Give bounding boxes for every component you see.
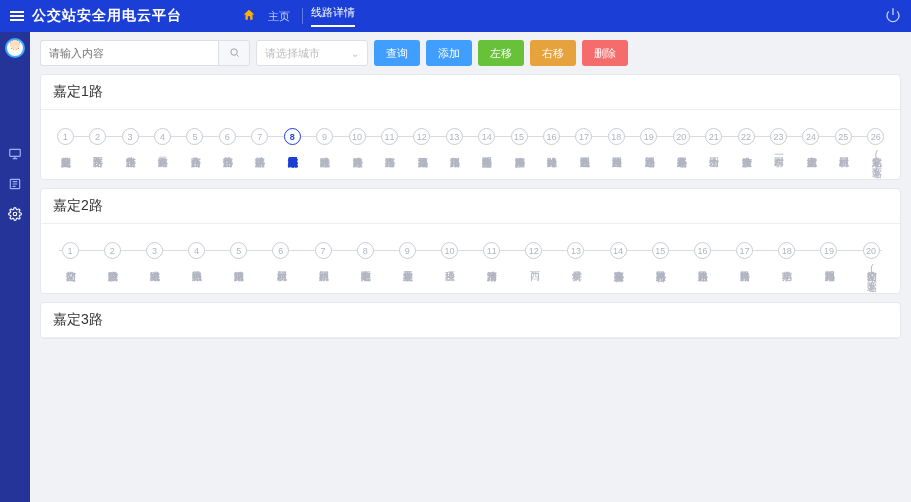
- stop[interactable]: 4城中路张马路: [175, 242, 217, 285]
- stop[interactable]: 6桃园新村: [260, 242, 302, 285]
- breadcrumb-active[interactable]: 线路详情: [311, 5, 355, 27]
- stop-number: 4: [154, 128, 171, 145]
- stop[interactable]: 25桃园新村: [827, 128, 859, 171]
- stop[interactable]: 10项泾桥: [428, 242, 470, 285]
- add-button[interactable]: 添加: [426, 40, 472, 66]
- stop-number: 18: [778, 242, 795, 259]
- stop-number: 6: [219, 128, 236, 145]
- search-icon: [229, 47, 240, 58]
- city-select[interactable]: 请选择城市 ⌄: [256, 40, 368, 66]
- stop[interactable]: 11清河路清水路: [471, 242, 513, 285]
- stop[interactable]: 8永盛路回城南路: [276, 128, 308, 171]
- stop-number: 10: [349, 128, 366, 145]
- stop[interactable]: 13侯黄桥: [555, 242, 597, 285]
- stop[interactable]: 23李园一村: [762, 128, 794, 171]
- stop[interactable]: 10永盛路叶海路: [341, 128, 373, 171]
- stop[interactable]: 3合作路宝塔路: [114, 128, 146, 171]
- svg-point-3: [230, 48, 236, 54]
- stop-number: 22: [738, 128, 755, 145]
- stop[interactable]: 2合作路双丁路: [81, 128, 113, 171]
- stop[interactable]: 2城中路沙霞路: [91, 242, 133, 285]
- stop[interactable]: 26嘉定北站(下客站): [860, 128, 892, 171]
- stop[interactable]: 12福海路福蔓路: [406, 128, 438, 171]
- stop-number: 1: [62, 242, 79, 259]
- move-left-button[interactable]: 左移: [478, 40, 524, 66]
- line-card: 嘉定3路: [40, 302, 901, 339]
- stop[interactable]: 16叶城路博公路: [535, 128, 567, 171]
- stop-number: 26: [867, 128, 884, 145]
- stop[interactable]: 24温宿路北大街: [795, 128, 827, 171]
- stop-number: 7: [315, 242, 332, 259]
- stop[interactable]: 14普惠路嘉安公路: [597, 242, 639, 285]
- line-card: 嘉定1路1公交嘉定新城站2合作路双丁路3合作路宝塔路4云谷路白银路5高台路合作路…: [40, 74, 901, 180]
- stop[interactable]: 22金沙路东大街: [730, 128, 762, 171]
- stop[interactable]: 20南门公交站(下客站): [850, 242, 892, 285]
- stop[interactable]: 21金园十坊: [697, 128, 729, 171]
- nav-settings-icon[interactable]: [7, 206, 23, 222]
- stops-row: 1南门公交站2城中路沙霞路3城中路塔城路4城中路张马路5城中路清河路6桃园新村7…: [41, 224, 900, 293]
- stop-number: 2: [89, 128, 106, 145]
- stop-number: 12: [413, 128, 430, 145]
- breadcrumb-separator: [302, 8, 303, 24]
- svg-rect-0: [10, 149, 21, 156]
- search-input[interactable]: [40, 40, 218, 66]
- stop-number: 8: [357, 242, 374, 259]
- nav-monitor-icon[interactable]: [7, 146, 23, 162]
- stop[interactable]: 8嘉定中心医院: [344, 242, 386, 285]
- stop[interactable]: 12西门: [513, 242, 555, 285]
- line-title: 嘉定1路: [41, 75, 900, 110]
- avatar[interactable]: [5, 38, 25, 58]
- stop[interactable]: 4云谷路白银路: [146, 128, 178, 171]
- query-button[interactable]: 查询: [374, 40, 420, 66]
- stop-label: 嘉定北站(下客站): [871, 149, 882, 171]
- stop[interactable]: 5高台路合作路: [179, 128, 211, 171]
- nav-data-icon[interactable]: [7, 176, 23, 192]
- hamburger-icon[interactable]: [10, 9, 24, 23]
- stop[interactable]: 16裕民路永盛路: [681, 242, 723, 285]
- stop[interactable]: 17裕民路良舍路: [724, 242, 766, 285]
- breadcrumb-home[interactable]: 主页: [268, 9, 290, 24]
- stop[interactable]: 7桃园新路: [302, 242, 344, 285]
- stop-number: 17: [736, 242, 753, 259]
- stop[interactable]: 9嘉定工业学校: [386, 242, 428, 285]
- stop[interactable]: 5城中路清河路: [218, 242, 260, 285]
- content-area: 请选择城市 ⌄ 查询 添加 左移 右移 删除 嘉定1路1公交嘉定新城站2合作路双…: [30, 32, 911, 502]
- stop[interactable]: 18南苑小学: [766, 242, 808, 285]
- home-icon[interactable]: [242, 8, 256, 25]
- stop-number: 7: [251, 128, 268, 145]
- stop[interactable]: 1公交嘉定新城站: [49, 128, 81, 171]
- stop-number: 21: [705, 128, 722, 145]
- stop[interactable]: 1南门公交站: [49, 242, 91, 285]
- delete-button[interactable]: 删除: [582, 40, 628, 66]
- stop-number: 8: [284, 128, 301, 145]
- stop-number: 5: [230, 242, 247, 259]
- stop-number: 16: [543, 128, 560, 145]
- stop[interactable]: 18迎园路整沟路: [600, 128, 632, 171]
- stop[interactable]: 19福海路阳川路: [808, 242, 850, 285]
- stop[interactable]: 20仓场路嘉罗公路: [665, 128, 697, 171]
- stop-label: 南门公交站(下客站): [866, 263, 877, 285]
- stop-number: 20: [863, 242, 880, 259]
- stop-number: 6: [272, 242, 289, 259]
- stop[interactable]: 11福海路杏路: [373, 128, 405, 171]
- stop[interactable]: 13福海路良川路: [438, 128, 470, 171]
- search-button[interactable]: [218, 40, 250, 66]
- stop[interactable]: 3城中路塔城路: [133, 242, 175, 285]
- stop[interactable]: 15福海路沪乐南路: [503, 128, 535, 171]
- stop-number: 11: [483, 242, 500, 259]
- move-right-button[interactable]: 右移: [530, 40, 576, 66]
- stop[interactable]: 19迎园路仓场路: [633, 128, 665, 171]
- line-title: 嘉定2路: [41, 189, 900, 224]
- search-group: [40, 40, 250, 66]
- stop-number: 20: [673, 128, 690, 145]
- stop[interactable]: 17嘉戬公迎园路: [568, 128, 600, 171]
- stop[interactable]: 7洪德路永盛路: [244, 128, 276, 171]
- stop-number: 13: [567, 242, 584, 259]
- chevron-down-icon: ⌄: [351, 48, 359, 59]
- stop[interactable]: 9永盛路叶城路: [308, 128, 340, 171]
- stop[interactable]: 15普惠路裕民路: [639, 242, 681, 285]
- stop[interactable]: 14福海路阳宜公路: [470, 128, 502, 171]
- line-card: 嘉定2路1南门公交站2城中路沙霞路3城中路塔城路4城中路张马路5城中路清河路6桃…: [40, 188, 901, 294]
- stop[interactable]: 6洪德路合作路: [211, 128, 243, 171]
- power-icon[interactable]: [885, 7, 901, 26]
